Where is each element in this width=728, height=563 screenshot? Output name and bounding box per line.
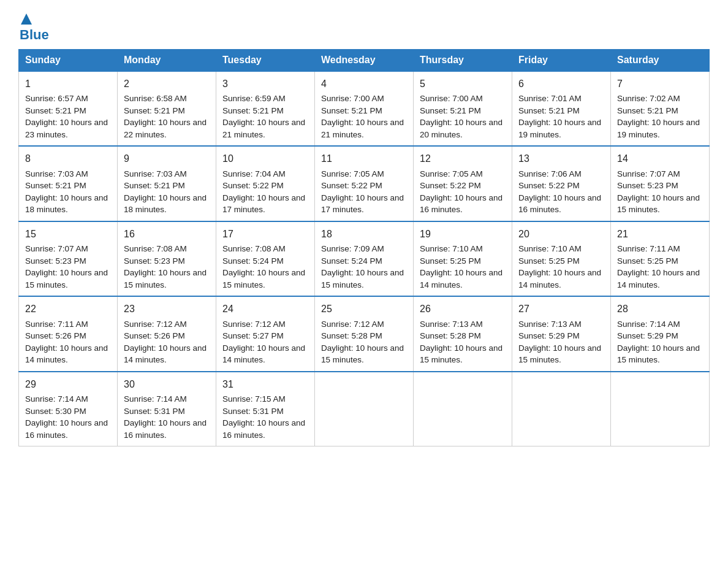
empty-cell xyxy=(611,372,710,446)
sunset-text: Sunset: 5:23 PM xyxy=(124,256,185,266)
day-number: 13 xyxy=(518,151,604,166)
sunset-text: Sunset: 5:25 PM xyxy=(420,256,481,266)
day-cell-14: 14Sunrise: 7:07 AMSunset: 5:23 PMDayligh… xyxy=(611,146,710,221)
daylight-text: Daylight: 10 hours and 14 minutes. xyxy=(124,343,207,365)
day-number: 26 xyxy=(420,302,506,316)
day-cell-7: 7Sunrise: 7:02 AMSunset: 5:21 PMDaylight… xyxy=(611,71,710,146)
day-cell-5: 5Sunrise: 7:00 AMSunset: 5:21 PMDaylight… xyxy=(414,71,512,146)
daylight-text: Daylight: 10 hours and 20 minutes. xyxy=(420,118,502,139)
day-number: 19 xyxy=(420,227,506,241)
sunrise-text: Sunrise: 7:08 AM xyxy=(222,244,286,253)
sunrise-text: Sunrise: 7:07 AM xyxy=(25,244,88,253)
daylight-text: Daylight: 10 hours and 16 minutes. xyxy=(420,193,502,215)
day-cell-29: 29Sunrise: 7:14 AMSunset: 5:30 PMDayligh… xyxy=(19,372,118,446)
daylight-text: Daylight: 10 hours and 15 minutes. xyxy=(222,268,305,289)
daylight-text: Daylight: 10 hours and 15 minutes. xyxy=(518,343,601,365)
day-cell-6: 6Sunrise: 7:01 AMSunset: 5:21 PMDaylight… xyxy=(512,71,611,146)
logo: Blue xyxy=(18,12,49,43)
daylight-text: Daylight: 10 hours and 18 minutes. xyxy=(25,193,108,215)
day-cell-26: 26Sunrise: 7:13 AMSunset: 5:28 PMDayligh… xyxy=(414,296,512,371)
sunrise-text: Sunrise: 7:07 AM xyxy=(617,169,680,178)
day-number: 21 xyxy=(617,227,703,241)
sunrise-text: Sunrise: 7:04 AM xyxy=(222,169,286,178)
day-cell-20: 20Sunrise: 7:10 AMSunset: 5:25 PMDayligh… xyxy=(512,221,611,296)
sunrise-text: Sunrise: 7:10 AM xyxy=(518,244,582,253)
day-cell-3: 3Sunrise: 6:59 AMSunset: 5:21 PMDaylight… xyxy=(216,71,315,146)
day-number: 10 xyxy=(222,151,308,166)
daylight-text: Daylight: 10 hours and 15 minutes. xyxy=(420,343,502,365)
daylight-text: Daylight: 10 hours and 14 minutes. xyxy=(420,268,502,289)
sunrise-text: Sunrise: 7:12 AM xyxy=(321,320,384,329)
day-cell-31: 31Sunrise: 7:15 AMSunset: 5:31 PMDayligh… xyxy=(216,372,315,446)
daylight-text: Daylight: 10 hours and 14 minutes. xyxy=(25,343,108,365)
day-number: 15 xyxy=(25,227,111,241)
day-header-thursday: Thursday xyxy=(414,50,512,72)
sunset-text: Sunset: 5:21 PM xyxy=(222,106,284,115)
sunset-text: Sunset: 5:28 PM xyxy=(420,331,481,340)
day-number: 17 xyxy=(222,227,308,241)
sunrise-text: Sunrise: 7:09 AM xyxy=(321,244,384,253)
sunset-text: Sunset: 5:21 PM xyxy=(124,181,185,190)
day-number: 6 xyxy=(518,77,604,91)
sunset-text: Sunset: 5:23 PM xyxy=(617,181,678,190)
day-number: 30 xyxy=(124,377,210,391)
sunrise-text: Sunrise: 7:12 AM xyxy=(124,320,187,329)
day-cell-8: 8Sunrise: 7:03 AMSunset: 5:21 PMDaylight… xyxy=(19,146,118,221)
day-number: 14 xyxy=(617,151,703,166)
day-number: 2 xyxy=(124,77,210,91)
sunset-text: Sunset: 5:21 PM xyxy=(124,106,185,115)
days-header-row: SundayMondayTuesdayWednesdayThursdayFrid… xyxy=(19,50,710,72)
day-number: 29 xyxy=(25,377,111,391)
day-cell-13: 13Sunrise: 7:06 AMSunset: 5:22 PMDayligh… xyxy=(512,146,611,221)
sunset-text: Sunset: 5:22 PM xyxy=(420,181,481,190)
sunset-text: Sunset: 5:24 PM xyxy=(321,256,382,266)
sunset-text: Sunset: 5:21 PM xyxy=(518,106,580,115)
day-header-friday: Friday xyxy=(512,50,611,72)
sunrise-text: Sunrise: 6:59 AM xyxy=(222,94,286,103)
day-cell-18: 18Sunrise: 7:09 AMSunset: 5:24 PMDayligh… xyxy=(315,221,414,296)
sunrise-text: Sunrise: 7:14 AM xyxy=(25,394,88,404)
sunrise-text: Sunrise: 7:13 AM xyxy=(420,320,483,329)
sunset-text: Sunset: 5:22 PM xyxy=(518,181,580,190)
day-number: 27 xyxy=(518,302,604,316)
day-cell-2: 2Sunrise: 6:58 AMSunset: 5:21 PMDaylight… xyxy=(118,71,216,146)
sunrise-text: Sunrise: 7:02 AM xyxy=(617,94,680,103)
day-header-wednesday: Wednesday xyxy=(315,50,414,72)
daylight-text: Daylight: 10 hours and 16 minutes. xyxy=(25,418,108,440)
day-number: 3 xyxy=(222,77,308,91)
calendar-table: SundayMondayTuesdayWednesdayThursdayFrid… xyxy=(18,49,710,446)
week-row-4: 22Sunrise: 7:11 AMSunset: 5:26 PMDayligh… xyxy=(19,296,710,371)
day-number: 16 xyxy=(124,227,210,241)
sunset-text: Sunset: 5:21 PM xyxy=(321,106,382,115)
day-cell-23: 23Sunrise: 7:12 AMSunset: 5:26 PMDayligh… xyxy=(118,296,216,371)
day-cell-10: 10Sunrise: 7:04 AMSunset: 5:22 PMDayligh… xyxy=(216,146,315,221)
day-cell-25: 25Sunrise: 7:12 AMSunset: 5:28 PMDayligh… xyxy=(315,296,414,371)
day-cell-4: 4Sunrise: 7:00 AMSunset: 5:21 PMDaylight… xyxy=(315,71,414,146)
sunset-text: Sunset: 5:26 PM xyxy=(124,331,185,340)
sunset-text: Sunset: 5:25 PM xyxy=(518,256,580,266)
day-header-tuesday: Tuesday xyxy=(216,50,315,72)
daylight-text: Daylight: 10 hours and 15 minutes. xyxy=(25,268,108,289)
daylight-text: Daylight: 10 hours and 19 minutes. xyxy=(518,118,601,139)
sunrise-text: Sunrise: 6:57 AM xyxy=(25,94,88,103)
day-number: 9 xyxy=(124,151,210,166)
day-number: 25 xyxy=(321,302,407,316)
sunrise-text: Sunrise: 7:10 AM xyxy=(420,244,483,253)
day-number: 20 xyxy=(518,227,604,241)
day-number: 5 xyxy=(420,77,506,91)
day-header-sunday: Sunday xyxy=(19,50,118,72)
daylight-text: Daylight: 10 hours and 14 minutes. xyxy=(518,268,601,289)
sunset-text: Sunset: 5:22 PM xyxy=(321,181,382,190)
sunrise-text: Sunrise: 7:14 AM xyxy=(124,394,187,404)
sunrise-text: Sunrise: 7:15 AM xyxy=(222,394,286,404)
day-number: 7 xyxy=(617,77,703,91)
daylight-text: Daylight: 10 hours and 15 minutes. xyxy=(617,193,700,215)
sunset-text: Sunset: 5:30 PM xyxy=(25,407,86,416)
sunset-text: Sunset: 5:21 PM xyxy=(25,181,86,190)
day-number: 11 xyxy=(321,151,407,166)
svg-marker-0 xyxy=(21,13,32,25)
day-header-monday: Monday xyxy=(118,50,216,72)
day-cell-27: 27Sunrise: 7:13 AMSunset: 5:29 PMDayligh… xyxy=(512,296,611,371)
daylight-text: Daylight: 10 hours and 22 minutes. xyxy=(124,118,207,139)
sunset-text: Sunset: 5:29 PM xyxy=(518,331,580,340)
